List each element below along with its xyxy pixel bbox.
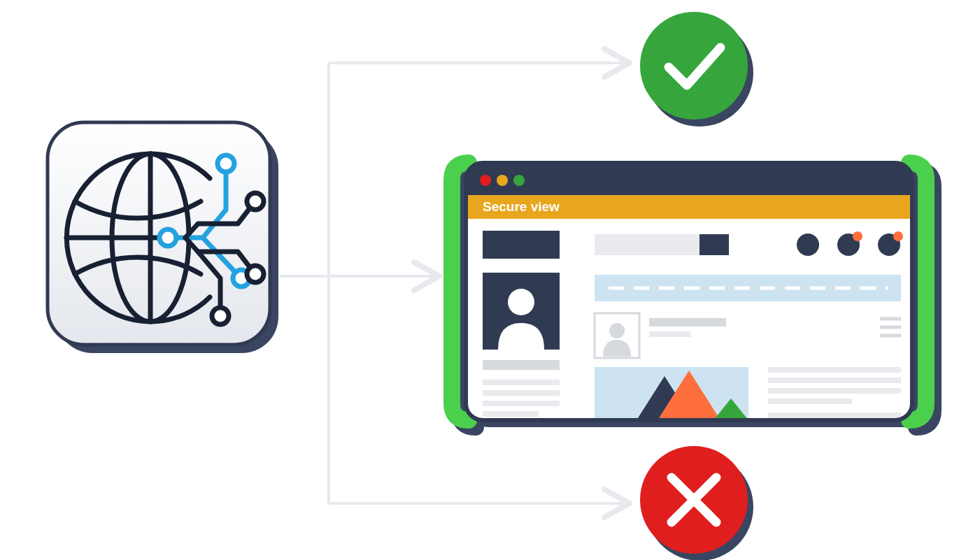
svg-point-10 [212,308,229,324]
svg-rect-30 [483,401,560,406]
minimize-dot-icon [497,175,508,186]
svg-rect-48 [768,399,852,404]
svg-rect-29 [483,390,560,396]
svg-point-35 [609,323,625,338]
close-dot-icon [480,175,491,186]
maximize-dot-icon [513,175,525,186]
svg-rect-46 [768,378,901,383]
svg-point-6 [218,155,234,172]
svg-rect-28 [483,380,560,385]
svg-point-9 [247,266,264,282]
secure-view-browser: Secure view [452,163,933,427]
svg-rect-47 [768,388,901,394]
avatar-large [483,273,560,350]
svg-rect-37 [649,331,691,337]
svg-point-24 [893,231,903,241]
svg-point-22 [853,231,862,241]
svg-rect-17 [483,231,560,259]
allowed-badge [640,12,753,127]
svg-point-12 [640,12,748,120]
source-app-icon [48,122,278,353]
svg-point-26 [508,289,534,315]
svg-rect-36 [649,318,726,326]
chart-panel [595,367,748,420]
security-flow-diagram: Secure view [0,0,966,560]
svg-rect-27 [483,360,560,370]
svg-point-8 [247,193,264,210]
svg-point-20 [797,234,819,256]
svg-rect-31 [483,411,539,417]
blocked-badge [640,446,753,560]
svg-rect-49 [768,412,901,418]
svg-rect-45 [768,367,901,373]
svg-point-5 [159,229,176,246]
progress-bar [595,275,901,301]
traffic-lights [480,175,525,186]
title-bar-label: Secure view [483,199,560,214]
svg-rect-19 [699,234,729,255]
